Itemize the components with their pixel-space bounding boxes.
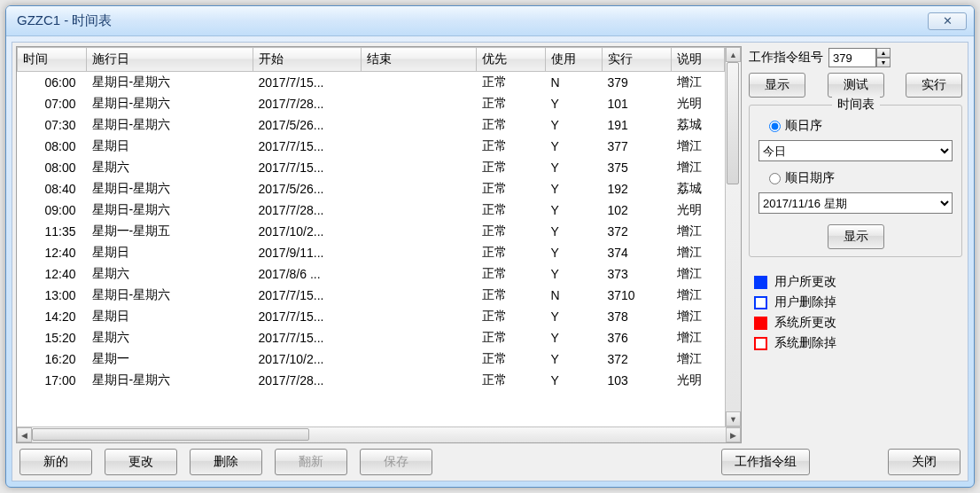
cell-exec: 372 <box>603 221 672 242</box>
cell-desc: 荔城 <box>672 114 725 136</box>
scroll-left-icon[interactable]: ◀ <box>17 427 32 442</box>
cell-start: 2017/7/15... <box>253 327 362 348</box>
refresh-button[interactable]: 翻新 <box>275 449 347 475</box>
table-row[interactable]: 07:00星期日-星期六2017/7/28...正常Y101光明 <box>18 93 725 114</box>
radio-day-order[interactable] <box>769 121 781 132</box>
table-row[interactable]: 15:20星期六2017/7/15...正常Y376增江 <box>18 327 725 348</box>
group-no-spinner[interactable]: ▲ ▼ <box>828 48 891 67</box>
cell-day: 星期日-星期六 <box>87 370 253 391</box>
cell-desc: 增江 <box>672 136 725 157</box>
table-row[interactable]: 14:20星期日2017/7/15...正常Y378增江 <box>18 306 725 327</box>
cell-time: 15:20 <box>18 327 87 348</box>
radio-date-order-label: 顺日期序 <box>785 170 835 186</box>
cell-day: 星期六 <box>87 263 253 285</box>
schedule-table[interactable]: 时间 施行日 开始 结束 优先 使用 实行 说明 06: <box>17 47 725 391</box>
show-button-2[interactable]: 显示 <box>828 224 884 249</box>
table-row[interactable]: 16:20星期一2017/10/2...正常Y372增江 <box>18 348 725 370</box>
cell-exec: 375 <box>603 157 672 178</box>
cell-day: 星期日 <box>87 136 253 157</box>
cell-start: 2017/7/28... <box>253 200 362 221</box>
cell-priority: 正常 <box>477 285 546 306</box>
table-row[interactable]: 12:40星期日2017/9/11...正常Y374增江 <box>18 242 725 263</box>
col-desc[interactable]: 说明 <box>672 48 725 72</box>
show-button[interactable]: 显示 <box>749 73 805 98</box>
close-button[interactable]: 关闭 <box>888 449 961 475</box>
table-row[interactable]: 12:40星期六2017/8/6 ...正常Y373增江 <box>18 263 725 285</box>
spinner-down-icon[interactable]: ▼ <box>876 58 891 67</box>
cell-desc: 增江 <box>672 348 725 370</box>
cell-time: 08:00 <box>18 157 87 178</box>
test-button[interactable]: 测试 <box>828 73 884 98</box>
window-frame: GZZC1 - 时间表 ✕ <box>5 5 975 488</box>
scroll-up-icon[interactable]: ▲ <box>726 47 741 62</box>
table-row[interactable]: 08:00星期六2017/7/15...正常Y375增江 <box>18 157 725 178</box>
table-row[interactable]: 13:00星期日-星期六2017/7/15...正常N3710增江 <box>18 285 725 306</box>
swatch-solid-red-icon <box>754 317 767 330</box>
titlebar[interactable]: GZZC1 - 时间表 ✕ <box>6 6 974 36</box>
cell-end <box>362 370 477 391</box>
cell-exec: 102 <box>603 200 672 221</box>
spinner-up-icon[interactable]: ▲ <box>876 48 891 58</box>
timetable-group: 时间表 顺日序 今日 顺日期序 2017/11/16 星期 <box>749 105 962 257</box>
col-day[interactable]: 施行日 <box>87 48 253 72</box>
radio-date-order[interactable] <box>769 173 781 184</box>
col-start[interactable]: 开始 <box>253 48 362 72</box>
timetable-title: 时间表 <box>832 97 880 113</box>
today-combo[interactable]: 今日 <box>758 140 953 161</box>
table-row[interactable]: 07:30星期日-星期六2017/5/26...正常Y191荔城 <box>18 114 725 136</box>
edit-button[interactable]: 更改 <box>105 449 177 475</box>
col-exec[interactable]: 实行 <box>603 48 672 72</box>
close-icon[interactable]: ✕ <box>928 12 967 30</box>
save-button[interactable]: 保存 <box>360 449 432 475</box>
cell-start: 2017/7/15... <box>253 136 362 157</box>
hscroll-thumb[interactable] <box>32 428 309 441</box>
cell-day: 星期日-星期六 <box>87 114 253 136</box>
cell-priority: 正常 <box>477 157 546 178</box>
col-end[interactable]: 结束 <box>362 48 477 72</box>
window-title: GZZC1 - 时间表 <box>13 12 928 29</box>
cell-priority: 正常 <box>477 370 546 391</box>
table-row[interactable]: 11:35星期一-星期五2017/10/2...正常Y372增江 <box>18 221 725 242</box>
vscroll-thumb[interactable] <box>727 62 739 184</box>
group-no-field: 工作指令组号 ▲ ▼ <box>749 48 962 67</box>
scroll-right-icon[interactable]: ▶ <box>726 427 741 442</box>
exec-button[interactable]: 实行 <box>906 73 962 98</box>
cell-time: 16:20 <box>18 348 87 370</box>
col-use[interactable]: 使用 <box>546 48 603 72</box>
new-button[interactable]: 新的 <box>19 449 92 475</box>
cell-desc: 增江 <box>672 263 725 285</box>
cell-end <box>362 285 477 306</box>
vertical-scrollbar[interactable]: ▲ ▼ <box>725 47 741 426</box>
table-row[interactable]: 06:00星期日-星期六2017/7/15...正常N379增江 <box>18 72 725 94</box>
cell-end <box>362 136 477 157</box>
table-row[interactable]: 17:00星期日-星期六2017/7/28...正常Y103光明 <box>18 370 725 391</box>
delete-button[interactable]: 删除 <box>190 449 262 475</box>
scroll-down-icon[interactable]: ▼ <box>726 411 741 426</box>
legend-user-deleted: 用户删除掉 <box>754 294 957 310</box>
cell-use: Y <box>546 157 603 178</box>
table-row[interactable]: 09:00星期日-星期六2017/7/28...正常Y102光明 <box>18 200 725 221</box>
col-time[interactable]: 时间 <box>18 48 87 72</box>
group-no-input[interactable] <box>828 48 876 67</box>
horizontal-scrollbar[interactable]: ◀ ▶ <box>17 426 741 442</box>
table-row[interactable]: 08:00星期日2017/7/15...正常Y377增江 <box>18 136 725 157</box>
cell-exec: 376 <box>603 327 672 348</box>
cell-start: 2017/7/15... <box>253 285 362 306</box>
work-group-button[interactable]: 工作指令组 <box>721 449 810 475</box>
cell-exec: 191 <box>603 114 672 136</box>
col-priority[interactable]: 优先 <box>477 48 546 72</box>
cell-use: Y <box>546 178 603 200</box>
cell-day: 星期日-星期六 <box>87 285 253 306</box>
cell-use: Y <box>546 221 603 242</box>
cell-start: 2017/5/26... <box>253 178 362 200</box>
date-combo[interactable]: 2017/11/16 星期 <box>758 192 953 214</box>
cell-day: 星期六 <box>87 157 253 178</box>
cell-end <box>362 242 477 263</box>
cell-use: Y <box>546 136 603 157</box>
cell-use: N <box>546 72 603 94</box>
cell-exec: 377 <box>603 136 672 157</box>
table-row[interactable]: 08:40星期日-星期六2017/5/26...正常Y192荔城 <box>18 178 725 200</box>
cell-time: 12:40 <box>18 242 87 263</box>
cell-priority: 正常 <box>477 178 546 200</box>
cell-day: 星期日-星期六 <box>87 93 253 114</box>
